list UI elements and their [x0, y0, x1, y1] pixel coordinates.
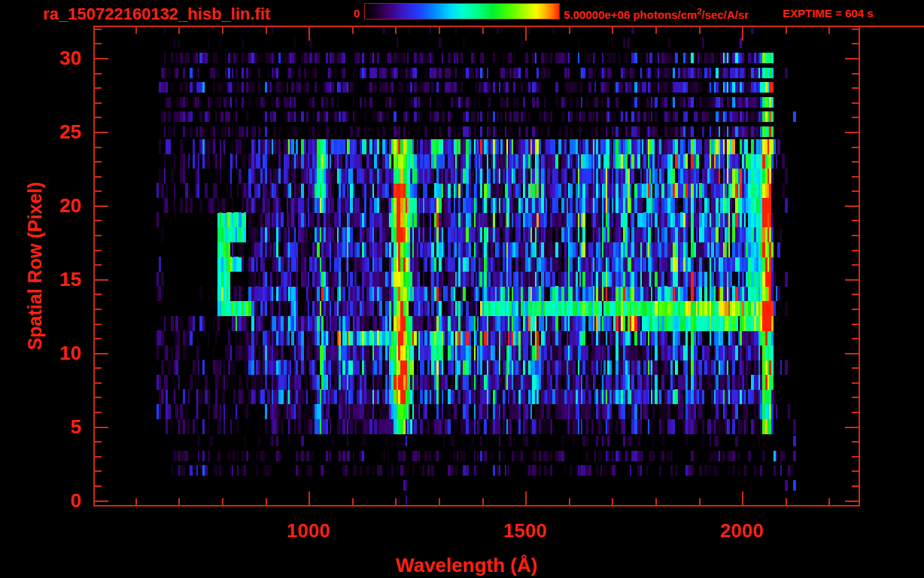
y-major-tick — [95, 58, 108, 59]
x-minor-tick — [786, 498, 787, 505]
x-major-tick — [525, 27, 527, 41]
colorbar-max-units-label: 5.00000e+06 photons/cm2/sec/A/sr — [564, 7, 749, 21]
y-minor-tick — [95, 117, 102, 118]
y-minor-tick — [852, 102, 859, 104]
x-minor-tick — [178, 498, 180, 505]
x-minor-tick — [828, 498, 830, 505]
y-major-tick — [845, 353, 859, 354]
y-minor-tick — [95, 250, 102, 251]
spectral-image — [95, 27, 858, 505]
x-minor-tick — [612, 498, 613, 505]
y-minor-tick — [95, 367, 102, 369]
axis-line-right — [859, 26, 860, 507]
y-minor-tick — [95, 456, 102, 458]
x-minor-tick — [222, 27, 223, 34]
y-major-tick — [95, 500, 108, 502]
y-minor-tick — [95, 220, 102, 221]
y-minor-tick — [852, 412, 859, 413]
y-minor-tick — [852, 235, 859, 236]
y-minor-tick — [852, 87, 859, 89]
x-major-tick — [309, 491, 310, 505]
x-minor-tick — [786, 27, 787, 34]
y-minor-tick — [852, 43, 859, 44]
y-minor-tick — [852, 456, 859, 458]
y-major-tick — [95, 132, 108, 133]
x-tick-label: 2000 — [697, 519, 787, 543]
y-minor-tick — [95, 147, 102, 148]
y-minor-tick — [852, 190, 859, 192]
x-minor-tick — [266, 498, 267, 505]
y-minor-tick — [95, 43, 102, 44]
x-minor-tick — [352, 498, 354, 505]
y-minor-tick — [95, 470, 102, 472]
y-minor-tick — [95, 397, 102, 398]
y-minor-tick — [95, 235, 102, 236]
y-minor-tick — [95, 309, 102, 310]
y-minor-tick — [95, 324, 102, 325]
y-minor-tick — [852, 338, 859, 339]
colorbar-units-suffix: /sec/A/sr — [701, 8, 749, 21]
y-minor-tick — [852, 117, 859, 118]
exptime-label: EXPTIME = 604 s — [783, 7, 873, 20]
y-minor-tick — [95, 294, 102, 295]
y-minor-tick — [95, 87, 102, 89]
colorbar-units-prefix: photons/cm — [633, 8, 697, 21]
y-minor-tick — [852, 382, 859, 384]
y-minor-tick — [852, 397, 859, 398]
y-minor-tick — [852, 485, 859, 487]
y-major-tick — [845, 58, 859, 59]
x-minor-tick — [439, 27, 440, 34]
x-minor-tick — [266, 27, 267, 34]
x-minor-tick — [439, 498, 440, 505]
axis-line-bottom — [93, 505, 860, 507]
y-minor-tick — [852, 73, 859, 75]
x-minor-tick — [395, 27, 397, 34]
x-major-tick — [742, 491, 743, 505]
y-major-tick — [845, 279, 859, 281]
colorbar-gradient — [364, 3, 560, 20]
y-minor-tick — [95, 338, 102, 339]
y-minor-tick — [852, 250, 859, 251]
y-major-tick — [95, 205, 108, 207]
x-minor-tick — [699, 27, 701, 34]
y-minor-tick — [852, 367, 859, 369]
x-minor-tick — [569, 498, 570, 505]
colorbar-min-label: 0 — [334, 7, 360, 20]
x-minor-tick — [655, 27, 657, 34]
x-minor-tick — [569, 27, 570, 34]
y-minor-tick — [95, 176, 102, 178]
x-major-tick — [309, 27, 310, 41]
x-axis-label: Wavelength (Å) — [316, 554, 617, 577]
y-minor-tick — [95, 161, 102, 163]
y-minor-tick — [95, 190, 102, 192]
y-minor-tick — [95, 412, 102, 413]
y-major-tick — [845, 205, 859, 207]
x-minor-tick — [655, 498, 657, 505]
y-minor-tick — [852, 220, 859, 221]
y-minor-tick — [95, 29, 102, 30]
y-minor-tick — [852, 324, 859, 325]
y-minor-tick — [95, 382, 102, 384]
x-minor-tick — [135, 27, 137, 34]
fits-viewer-window: ra_150722160132_hisb_lin.fit 0 5.00000e+… — [0, 0, 924, 578]
axis-line-top — [93, 26, 924, 27]
y-minor-tick — [95, 485, 102, 487]
x-tick-label: 1000 — [263, 519, 354, 543]
axis-line-left — [93, 26, 95, 507]
y-major-tick — [845, 132, 859, 133]
y-axis-label: Spatial Row (Pixel) — [24, 138, 46, 394]
file-title: ra_150722160132_hisb_lin.fit — [43, 5, 270, 24]
y-minor-tick — [95, 73, 102, 75]
y-minor-tick — [852, 264, 859, 266]
colorbar-max-value: 5.00000e+06 — [564, 8, 630, 21]
y-tick-label: 5 — [21, 415, 81, 439]
x-minor-tick — [612, 27, 613, 34]
x-minor-tick — [222, 498, 223, 505]
y-major-tick — [95, 427, 108, 428]
y-minor-tick — [852, 470, 859, 472]
x-minor-tick — [135, 498, 137, 505]
x-major-tick — [525, 491, 527, 505]
y-major-tick — [845, 427, 859, 428]
y-tick-label: 30 — [21, 47, 81, 70]
x-minor-tick — [482, 27, 484, 34]
